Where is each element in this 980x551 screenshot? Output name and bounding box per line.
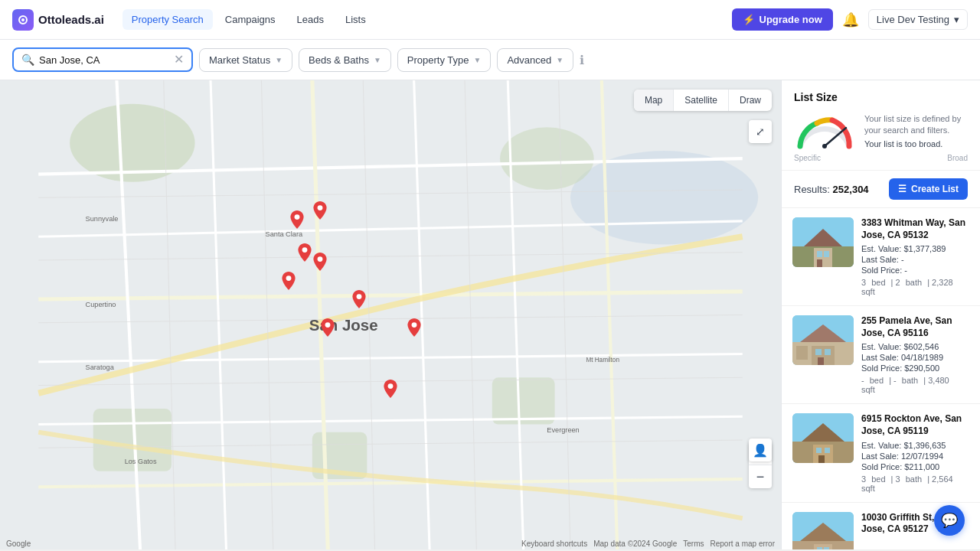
nav-campaigns[interactable]: Campaigns	[216, 9, 285, 30]
svg-text:San Jose: San Jose	[309, 317, 378, 334]
location-search-input[interactable]	[39, 54, 169, 66]
list-size-title: List Size	[794, 91, 968, 103]
main-nav: Property Search Campaigns Leads Lists	[122, 9, 375, 30]
expand-icon: ⤢	[756, 126, 765, 138]
nav-property-search[interactable]: Property Search	[122, 9, 213, 30]
svg-point-45	[325, 322, 331, 328]
svg-point-47	[411, 322, 416, 328]
map-pin[interactable]	[383, 380, 398, 395]
brand-logo[interactable]: Ottoleads.ai	[12, 9, 104, 31]
zoom-out-button[interactable]: −	[749, 465, 772, 488]
create-list-button[interactable]: ☰ Create List	[889, 178, 968, 200]
property-address: 255 Pamela Ave, San Jose, CA 95116	[861, 315, 969, 339]
map-view-button[interactable]: Map	[634, 90, 674, 111]
svg-point-5	[500, 127, 594, 190]
nav-leads[interactable]: Leads	[288, 9, 333, 30]
property-sold-price: Sold Price: -	[861, 266, 969, 275]
gauge-info: Your list size is defined by your search…	[864, 113, 968, 149]
property-card[interactable]: 3383 Whitman Way, San Jose, CA 95132 Est…	[782, 208, 980, 306]
svg-point-43	[286, 276, 292, 281]
property-image	[792, 512, 854, 549]
svg-rect-54	[817, 251, 822, 257]
satellite-view-button[interactable]: Satellite	[674, 90, 729, 111]
results-row: Results: 252,304 ☰ Create List	[782, 171, 980, 208]
svg-rect-77	[824, 547, 829, 549]
street-view-icon: 👤	[753, 443, 768, 458]
search-bar: 🔍 ✕ Market Status ▼ Beds & Baths ▼ Prope…	[0, 40, 980, 80]
list-icon: ☰	[898, 184, 906, 194]
svg-rect-56	[817, 259, 822, 267]
street-view-button[interactable]: 👤	[749, 439, 772, 461]
expand-map-button[interactable]: ⤢	[749, 120, 772, 143]
property-last-sale: Last Sale: 12/07/1994	[861, 452, 969, 461]
property-card[interactable]: 255 Pamela Ave, San Jose, CA 95116 Est. …	[782, 306, 980, 404]
svg-rect-55	[824, 251, 829, 257]
svg-rect-64	[796, 346, 808, 360]
draw-view-button[interactable]: Draw	[729, 90, 772, 111]
info-button[interactable]: ℹ	[580, 53, 584, 67]
chevron-down-icon: ▼	[474, 56, 482, 64]
bell-icon: 🔔	[842, 12, 859, 28]
svg-text:Saratoga: Saratoga	[86, 364, 115, 371]
chat-bubble[interactable]: 💬	[934, 505, 965, 536]
property-sold-price: Sold Price: $211,000	[861, 462, 969, 471]
svg-point-44	[357, 294, 362, 299]
user-menu-button[interactable]: Live Dev Testing ▾	[868, 9, 968, 30]
notifications-button[interactable]: 🔔	[842, 11, 859, 28]
map-background[interactable]: San Jose Sunnyvale Cupertino Saratoga Sa…	[0, 80, 781, 549]
user-label: Live Dev Testing	[877, 14, 949, 25]
svg-rect-69	[816, 448, 822, 453]
svg-text:Mt Hamilton: Mt Hamilton	[586, 357, 619, 364]
svg-text:Sunnyvale: Sunnyvale	[86, 215, 119, 223]
property-sold-price: Sold Price: $290,500	[861, 364, 969, 373]
map-pin[interactable]	[407, 318, 422, 334]
property-image	[792, 217, 854, 267]
svg-text:Los Gatos: Los Gatos	[125, 458, 157, 465]
map-pin[interactable]	[281, 272, 296, 287]
svg-point-41	[302, 247, 307, 253]
navbar: Ottoleads.ai Property Search Campaigns L…	[0, 0, 980, 40]
map-pin[interactable]	[297, 243, 312, 259]
chat-icon: 💬	[941, 512, 958, 529]
map-pin[interactable]	[320, 318, 335, 334]
map-attribution-right: Keyboard shortcuts Map data ©2024 Google…	[521, 540, 775, 548]
svg-rect-75	[814, 544, 832, 549]
sidebar: List Size	[781, 80, 980, 549]
gauge-area: Your list size is defined by your search…	[794, 111, 968, 151]
chevron-down-icon: ▾	[954, 14, 959, 25]
map-pin[interactable]	[351, 290, 367, 305]
navbar-right: ⚡ Upgrade now 🔔 Live Dev Testing ▾	[732, 8, 969, 31]
svg-rect-63	[818, 357, 824, 365]
logo-icon	[12, 9, 34, 31]
brand-name: Ottoleads.ai	[38, 13, 104, 26]
property-type-filter[interactable]: Property Type ▼	[397, 48, 492, 72]
svg-rect-53	[814, 248, 832, 267]
beds-baths-filter[interactable]: Beds & Baths ▼	[299, 48, 391, 72]
location-search-wrap: 🔍 ✕	[12, 47, 193, 72]
svg-rect-71	[818, 455, 825, 463]
property-address: 3383 Whitman Way, San Jose, CA 95132	[861, 217, 969, 241]
chevron-down-icon: ▼	[374, 56, 381, 64]
gauge-svg	[794, 111, 855, 151]
property-card[interactable]: 6915 Rockton Ave, San Jose, CA 95119 Est…	[782, 404, 980, 502]
gauge-wrap	[794, 111, 855, 151]
clear-search-button[interactable]: ✕	[174, 54, 184, 66]
property-last-sale: Last Sale: -	[861, 255, 969, 264]
property-details: 6915 Rockton Ave, San Jose, CA 95119 Est…	[861, 413, 969, 492]
property-image	[792, 315, 854, 365]
list-size-section: List Size	[782, 80, 980, 171]
svg-point-42	[318, 256, 323, 262]
property-details: 255 Pamela Ave, San Jose, CA 95116 Est. …	[861, 315, 969, 394]
map-pin[interactable]	[312, 201, 328, 217]
property-est-value: Est. Value: $602,546	[861, 342, 969, 351]
advanced-filter[interactable]: Advanced ▼	[497, 48, 573, 72]
map-pin[interactable]	[312, 253, 328, 268]
gauge-warning: Your list is too broad.	[864, 139, 968, 148]
nav-lists[interactable]: Lists	[336, 9, 375, 30]
map-pin[interactable]	[289, 210, 305, 226]
upgrade-button[interactable]: ⚡ Upgrade now	[732, 8, 833, 31]
properties-list: 3383 Whitman Way, San Jose, CA 95132 Est…	[782, 208, 980, 549]
market-status-filter[interactable]: Market Status ▼	[199, 48, 292, 72]
property-details: 3383 Whitman Way, San Jose, CA 95132 Est…	[861, 217, 969, 296]
svg-rect-6	[492, 377, 555, 424]
